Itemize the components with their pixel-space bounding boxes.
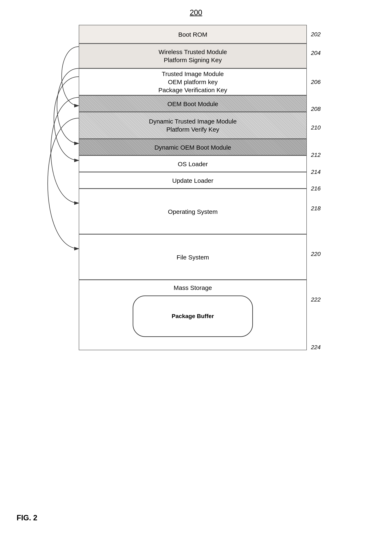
- ref-204: 204: [311, 50, 321, 56]
- package-buffer: Package Buffer: [133, 296, 253, 337]
- dynamic-oem-label: Dynamic OEM Boot Module: [155, 144, 231, 151]
- block-os: Operating System: [79, 189, 307, 234]
- block-os-loader: OS Loader: [79, 155, 307, 172]
- block-dynamic-oem: Dynamic OEM Boot Module: [79, 139, 307, 155]
- block-wtm: Wireless Trusted Module Platform Signing…: [79, 43, 307, 68]
- tim-line3: Package Verification Key: [79, 86, 306, 94]
- os-loader-label: OS Loader: [178, 161, 208, 167]
- figure-number: 200: [190, 8, 202, 17]
- ref-218: 218: [311, 205, 321, 212]
- package-buffer-label: Package Buffer: [172, 313, 214, 320]
- oem-boot-label: OEM Boot Module: [167, 100, 218, 107]
- ref-216: 216: [311, 185, 321, 192]
- block-tim: Trusted Image Module OEM platform key Pa…: [79, 68, 307, 95]
- os-label: Operating System: [168, 208, 218, 215]
- block-oem-boot: OEM Boot Module: [79, 95, 307, 112]
- stack-wrapper: Boot ROM 202 Wireless Trusted Module Pla…: [79, 25, 307, 350]
- dtim-line2: Platform Verify Key: [79, 125, 306, 133]
- boot-rom-label: Boot ROM: [178, 31, 207, 38]
- block-file-system: File System: [79, 234, 307, 280]
- ref-222: 222: [311, 296, 321, 303]
- ref-220: 220: [311, 251, 321, 257]
- wtm-line2: Platform Signing Key: [79, 56, 306, 64]
- block-boot-rom: Boot ROM: [79, 25, 307, 43]
- update-loader-label: Update Loader: [172, 177, 213, 184]
- ref-202: 202: [311, 31, 321, 38]
- ref-214: 214: [311, 169, 321, 175]
- ref-208: 208: [311, 106, 321, 112]
- ref-206: 206: [311, 79, 321, 85]
- tim-line2: OEM platform key: [79, 78, 306, 86]
- tim-line1: Trusted Image Module: [79, 70, 306, 78]
- file-system-label: File System: [177, 254, 209, 261]
- ref-210: 210: [311, 124, 321, 131]
- mass-storage-label: Mass Storage: [79, 284, 306, 291]
- block-update-loader: Update Loader: [79, 172, 307, 189]
- dtim-line1: Dynamic Trusted Image Module: [79, 117, 306, 125]
- fig-label: FIG. 2: [17, 514, 37, 522]
- ref-224: 224: [311, 344, 321, 351]
- diagram-container: 200 Boot ROM 202 Wireless Trusted Module…: [0, 0, 392, 545]
- block-mass-storage: Mass Storage Package Buffer: [79, 280, 307, 350]
- ref-212: 212: [311, 152, 321, 158]
- wtm-line1: Wireless Trusted Module: [79, 48, 306, 56]
- block-dtim: Dynamic Trusted Image Module Platform Ve…: [79, 112, 307, 139]
